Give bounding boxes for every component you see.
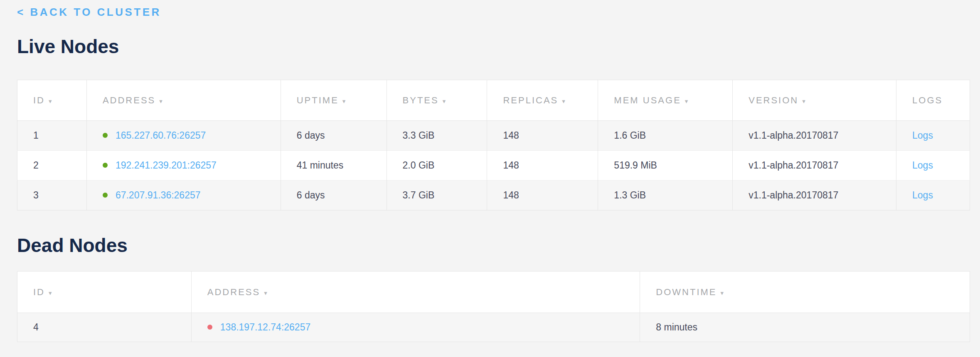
replicas-cell: 148 bbox=[487, 181, 598, 210]
address-cell: 165.227.60.76:26257 bbox=[86, 121, 281, 151]
nodes-page: < BACK TO CLUSTER Live Nodes ID▾ ADDRESS… bbox=[0, 0, 980, 342]
live-nodes-table: ID▾ ADDRESS▾ UPTIME▾ BYTES▾ REPLICAS▾ ME… bbox=[17, 80, 970, 210]
id-cell: 1 bbox=[17, 121, 87, 151]
sort-down-icon: ▾ bbox=[802, 98, 805, 105]
mem-usage-cell: 519.9 MiB bbox=[598, 151, 733, 181]
address-cell: 192.241.239.201:26257 bbox=[86, 151, 281, 181]
uptime-cell: 6 days bbox=[281, 121, 387, 151]
dead-node-row: 4 138.197.12.74:26257 8 minutes bbox=[17, 313, 970, 342]
bytes-cell: 2.0 GiB bbox=[387, 151, 487, 181]
logs-link[interactable]: Logs bbox=[912, 190, 933, 201]
id-cell: 2 bbox=[17, 151, 87, 181]
node-status-dot bbox=[207, 325, 212, 330]
column-label: DOWNTIME bbox=[656, 287, 717, 297]
node-address-link[interactable]: 192.241.239.201:26257 bbox=[116, 160, 217, 171]
column-label: ADDRESS bbox=[103, 95, 155, 105]
column-label: MEM USAGE bbox=[614, 95, 681, 105]
sort-down-icon: ▾ bbox=[49, 98, 52, 105]
sort-down-icon: ▾ bbox=[443, 98, 446, 105]
column-header-uptime[interactable]: UPTIME▾ bbox=[281, 80, 387, 121]
column-label: REPLICAS bbox=[503, 95, 558, 105]
uptime-cell: 41 minutes bbox=[281, 151, 387, 181]
live-node-row: 3 67.207.91.36:26257 6 days 3.7 GiB 148 … bbox=[17, 181, 970, 210]
node-address-link[interactable]: 165.227.60.76:26257 bbox=[116, 130, 206, 141]
column-label: ID bbox=[33, 95, 45, 105]
replicas-cell: 148 bbox=[487, 121, 598, 151]
address-cell: 67.207.91.36:26257 bbox=[86, 181, 281, 210]
logs-link[interactable]: Logs bbox=[912, 130, 933, 141]
mem-usage-cell: 1.3 GiB bbox=[598, 181, 733, 210]
version-cell: v1.1-alpha.20170817 bbox=[733, 121, 896, 151]
column-header-version[interactable]: VERSION▾ bbox=[733, 80, 896, 121]
sort-down-icon: ▾ bbox=[159, 98, 163, 105]
mem-usage-cell: 1.6 GiB bbox=[598, 121, 733, 151]
sort-down-icon: ▾ bbox=[685, 98, 688, 105]
id-cell: 4 bbox=[17, 313, 192, 342]
node-status-dot bbox=[103, 193, 108, 198]
uptime-cell: 6 days bbox=[281, 181, 387, 210]
sort-down-icon: ▾ bbox=[264, 289, 267, 296]
live-nodes-header: ID▾ ADDRESS▾ UPTIME▾ BYTES▾ REPLICAS▾ ME… bbox=[17, 80, 970, 121]
logs-cell: Logs bbox=[896, 121, 970, 151]
column-label: ID bbox=[33, 287, 45, 297]
node-status-dot bbox=[103, 163, 108, 168]
version-cell: v1.1-alpha.20170817 bbox=[733, 181, 896, 210]
column-header-downtime[interactable]: DOWNTIME▾ bbox=[640, 271, 970, 313]
bytes-cell: 3.7 GiB bbox=[387, 181, 487, 210]
live-node-row: 1 165.227.60.76:26257 6 days 3.3 GiB 148… bbox=[17, 121, 970, 151]
live-node-row: 2 192.241.239.201:26257 41 minutes 2.0 G… bbox=[17, 151, 970, 181]
column-header-address[interactable]: ADDRESS▾ bbox=[191, 271, 640, 313]
column-label: UPTIME bbox=[297, 95, 339, 105]
logs-cell: Logs bbox=[896, 181, 970, 210]
column-header-id[interactable]: ID▾ bbox=[17, 271, 192, 313]
node-status-dot bbox=[103, 133, 108, 138]
node-address-link[interactable]: 67.207.91.36:26257 bbox=[116, 190, 201, 201]
downtime-cell: 8 minutes bbox=[640, 313, 970, 342]
column-label: BYTES bbox=[403, 95, 439, 105]
back-to-cluster-link[interactable]: < BACK TO CLUSTER bbox=[17, 6, 161, 18]
column-label: LOGS bbox=[912, 95, 943, 105]
logs-link[interactable]: Logs bbox=[912, 160, 933, 171]
id-cell: 3 bbox=[17, 181, 87, 210]
column-header-replicas[interactable]: REPLICAS▾ bbox=[487, 80, 598, 121]
version-cell: v1.1-alpha.20170817 bbox=[733, 151, 896, 181]
column-header-id[interactable]: ID▾ bbox=[17, 80, 87, 121]
sort-down-icon: ▾ bbox=[342, 98, 346, 105]
column-label: VERSION bbox=[749, 95, 798, 105]
sort-down-icon: ▾ bbox=[49, 289, 52, 296]
live-nodes-body: 1 165.227.60.76:26257 6 days 3.3 GiB 148… bbox=[17, 121, 970, 210]
address-cell: 138.197.12.74:26257 bbox=[191, 313, 640, 342]
dead-nodes-body: 4 138.197.12.74:26257 8 minutes bbox=[17, 313, 970, 342]
sort-down-icon: ▾ bbox=[562, 98, 565, 105]
dead-nodes-table: ID▾ ADDRESS▾ DOWNTIME▾ 4 138.197.12.74:2… bbox=[17, 271, 970, 342]
column-header-logs: LOGS bbox=[896, 80, 970, 121]
column-header-mem-usage[interactable]: MEM USAGE▾ bbox=[598, 80, 733, 121]
column-header-bytes[interactable]: BYTES▾ bbox=[387, 80, 487, 121]
replicas-cell: 148 bbox=[487, 151, 598, 181]
bytes-cell: 3.3 GiB bbox=[387, 121, 487, 151]
dead-nodes-title: Dead Nodes bbox=[17, 234, 970, 257]
live-nodes-title: Live Nodes bbox=[17, 35, 970, 58]
node-address-link[interactable]: 138.197.12.74:26257 bbox=[220, 322, 310, 333]
logs-cell: Logs bbox=[896, 151, 970, 181]
sort-down-icon: ▾ bbox=[721, 289, 724, 296]
column-label: ADDRESS bbox=[207, 287, 260, 297]
column-header-address[interactable]: ADDRESS▾ bbox=[86, 80, 281, 121]
dead-nodes-header: ID▾ ADDRESS▾ DOWNTIME▾ bbox=[17, 271, 970, 313]
